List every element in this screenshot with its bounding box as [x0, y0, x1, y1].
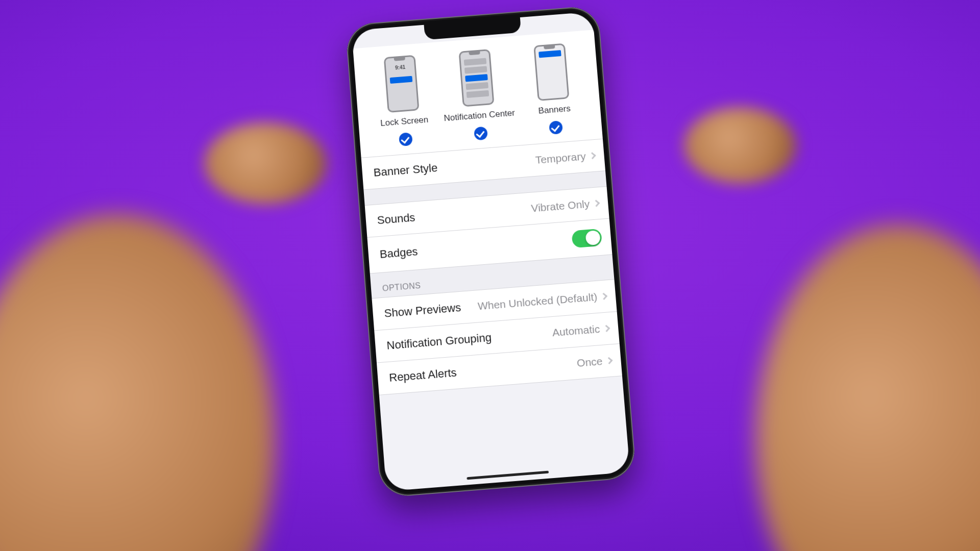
chevron-right-icon [603, 325, 610, 332]
alert-type-lock-screen[interactable]: 9:41 Lock Screen [362, 53, 444, 148]
chevron-right-icon [593, 200, 600, 207]
check-icon [399, 132, 413, 146]
chevron-right-icon [589, 152, 596, 159]
hand-right-thumb [684, 107, 796, 184]
show-previews-value: When Unlocked (Default) [477, 291, 598, 312]
alert-type-notification-center[interactable]: Notification Center [437, 47, 519, 143]
options-group: Show Previews When Unlocked (Default) No… [372, 279, 622, 395]
lock-screen-time: 9:41 [395, 64, 406, 70]
hand-left [0, 214, 276, 551]
settings-content: 9:41 Lock Screen Notificat [352, 12, 630, 491]
banners-icon [533, 43, 569, 101]
alert-type-label: Banners [538, 104, 571, 116]
chevron-right-icon [600, 293, 607, 300]
notification-center-icon [458, 49, 494, 107]
chevron-right-icon [605, 357, 612, 364]
sounds-label: Sounds [377, 211, 415, 227]
alert-type-banners[interactable]: Banners [512, 41, 594, 137]
lock-screen-icon: 9:41 [384, 55, 420, 113]
banner-style-value: Temporary [535, 150, 586, 166]
repeat-alerts-value: Once [576, 355, 603, 369]
banner-style-label: Banner Style [373, 161, 438, 180]
alert-type-label: Notification Center [444, 108, 515, 124]
phone-screen: 9:41 Lock Screen Notificat [352, 12, 630, 491]
check-icon [474, 127, 488, 141]
show-previews-label: Show Previews [384, 301, 461, 320]
badges-toggle[interactable] [571, 229, 602, 248]
sounds-value: Vibrate Only [531, 198, 591, 215]
phone-frame: 9:41 Lock Screen Notificat [345, 5, 636, 498]
check-icon [549, 120, 563, 135]
badges-label: Badges [379, 245, 418, 261]
alert-type-label: Lock Screen [380, 115, 429, 129]
hand-right [755, 224, 980, 551]
alert-types-row: 9:41 Lock Screen Notificat [353, 30, 602, 158]
hand-left-thumb [204, 122, 327, 204]
notification-grouping-label: Notification Grouping [386, 331, 492, 353]
repeat-alerts-label: Repeat Alerts [388, 366, 457, 385]
notification-grouping-value: Automatic [552, 323, 600, 339]
